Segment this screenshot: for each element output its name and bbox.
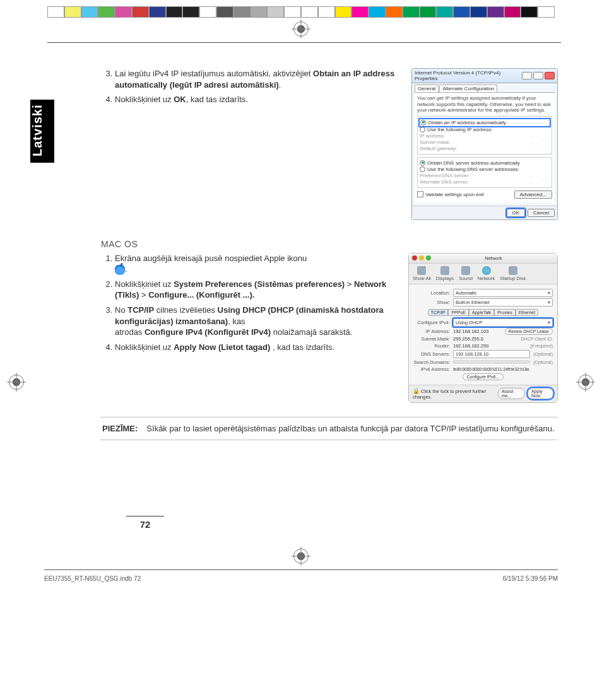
mac-step-2: Noklikšķiniet uz System Preferences (Sis… bbox=[115, 279, 399, 301]
field-preferred-dns: Preferred DNS server:. . . bbox=[420, 173, 550, 178]
footer-filename: EEU7355_RT-N65U_QSG.indb 72 bbox=[44, 575, 141, 582]
checkbox-validate[interactable]: Validate settings upon exit bbox=[417, 191, 484, 197]
language-tab: Latviski bbox=[30, 100, 54, 163]
lock-row[interactable]: 🔒 Click the lock to prevent further chan… bbox=[413, 388, 498, 400]
tab-alternate[interactable]: Alternate Configuration bbox=[439, 85, 497, 92]
registration-mark-right bbox=[578, 375, 593, 390]
mac-subtabs: TCP/IPPPPoEAppleTalkProxiesEthernet bbox=[413, 309, 553, 316]
subnet-mask-label: Subnet Mask: bbox=[413, 336, 450, 342]
configure-ipv6-button[interactable]: Configure IPv6... bbox=[463, 373, 503, 380]
mac-tab-tcpip[interactable]: TCP/IP bbox=[428, 309, 449, 316]
dhcp-client-hint: (if required) bbox=[530, 344, 553, 348]
location-label: Location: bbox=[413, 290, 450, 296]
ipv6-address-label: IPv6 Address: bbox=[413, 366, 450, 372]
mac-toolbar: Show AllDisplaysSoundNetworkStartup Disk bbox=[409, 264, 557, 284]
dns-servers-field[interactable]: 192.168.128.10 bbox=[453, 350, 530, 358]
note-block: PIEZĪME:Sīkāk par to lasiet operētājsist… bbox=[101, 417, 558, 440]
configure-ipv4-select[interactable]: Using DHCP▾ bbox=[453, 318, 553, 327]
maximize-button[interactable] bbox=[533, 72, 543, 79]
ok-button[interactable]: OK bbox=[507, 209, 526, 217]
note-text: Sīkāk par to lasiet operētājsistēmas pal… bbox=[146, 424, 554, 433]
search-domains-label: Search Domains: bbox=[413, 359, 450, 365]
radio-use-ip[interactable]: Use the following IP address: bbox=[420, 127, 550, 132]
note-label: PIEZĪME: bbox=[102, 424, 138, 433]
show-select[interactable]: Built-in Ethernet▾ bbox=[453, 298, 553, 306]
radio-obtain-dns-auto[interactable]: Obtain DNS server address automatically bbox=[420, 160, 550, 166]
field-default-gateway: Default gateway:. . . bbox=[420, 146, 550, 151]
subnet-mask-value: 255.255.255.0 bbox=[453, 336, 483, 342]
advanced-button[interactable]: Advanced... bbox=[514, 190, 552, 199]
dialog-title: Internet Protocol Version 4 (TCP/IPv4) P… bbox=[415, 70, 522, 81]
apple-icon bbox=[115, 265, 125, 275]
win-step-4: Noklikšķiniet uz OK, kad tas izdarīts. bbox=[115, 94, 403, 105]
location-select[interactable]: Automatic▾ bbox=[453, 289, 553, 297]
tab-general[interactable]: General bbox=[415, 85, 439, 92]
field-subnet-mask: Subnet mask:. . . bbox=[420, 139, 550, 145]
close-button[interactable] bbox=[545, 72, 555, 79]
ip-address-value: 192.168.182.103 bbox=[453, 329, 488, 334]
page-number: 72 bbox=[126, 516, 164, 530]
registration-mark-top bbox=[293, 21, 309, 37]
mac-steps: Ekrāna augšējā kreisajā pusē nospiediet … bbox=[101, 253, 399, 353]
renew-dhcp-button[interactable]: Renew DHCP Lease bbox=[505, 328, 553, 335]
mac-tab-appletalk[interactable]: AppleTalk bbox=[469, 309, 494, 316]
radio-obtain-ip-auto[interactable]: Obtain an IP address automatically bbox=[420, 119, 550, 126]
ipv6-address-value: fe80:0000:0000:0000:0211:24ff:fe32:b18e bbox=[453, 367, 529, 371]
ip-address-label: IP Address: bbox=[413, 329, 450, 334]
mac-step-1: Ekrāna augšējā kreisajā pusē nospiediet … bbox=[115, 253, 399, 275]
mac-pane-title: Network bbox=[433, 255, 554, 261]
mac-toolbar-show-all[interactable]: Show All bbox=[413, 266, 431, 281]
mac-tab-proxies[interactable]: Proxies bbox=[494, 309, 515, 316]
dhcp-client-id-label: DHCP Client ID: bbox=[521, 337, 553, 341]
dialog-description: You can get IP settings assigned automat… bbox=[417, 95, 552, 114]
print-footer: EEU7355_RT-N65U_QSG.indb 72 6/19/12 5:39… bbox=[0, 570, 602, 591]
windows-steps: Lai iegūtu iPv4 IP iestatījumus automāti… bbox=[101, 68, 403, 105]
search-domains-field[interactable] bbox=[453, 361, 530, 363]
cancel-button[interactable]: Cancel bbox=[528, 209, 555, 217]
mac-network-pane: Network Show AllDisplaysSoundNetworkStar… bbox=[408, 253, 558, 403]
router-label: Router: bbox=[413, 343, 450, 349]
configure-ipv4-label: Configure IPv4: bbox=[413, 320, 450, 325]
footer-timestamp: 6/19/12 5:39:56 PM bbox=[503, 575, 558, 582]
minimize-button[interactable] bbox=[522, 72, 532, 79]
mac-step-4: Noklikšķiniet uz Apply Now (Lietot tagad… bbox=[115, 342, 399, 353]
field-alternate-dns: Alternate DNS server:. . . bbox=[420, 179, 550, 185]
mac-toolbar-sound[interactable]: Sound bbox=[459, 266, 473, 281]
mac-tab-pppoe[interactable]: PPPoE bbox=[448, 309, 469, 316]
mac-tab-ethernet[interactable]: Ethernet bbox=[516, 309, 538, 316]
registration-mark-bottom bbox=[293, 549, 309, 564]
mac-step-3: No TCP/IP cilnes izvēlieties Using DHCP … bbox=[115, 305, 399, 338]
mac-toolbar-network[interactable]: Network bbox=[478, 266, 495, 281]
apply-now-button[interactable]: Apply Now bbox=[528, 388, 553, 399]
router-value: 192.168.182.250 bbox=[453, 343, 488, 349]
dns-optional: (Optional) bbox=[533, 352, 553, 356]
mac-zoom-icon[interactable] bbox=[426, 255, 431, 260]
radio-use-dns[interactable]: Use the following DNS server addresses: bbox=[420, 166, 550, 172]
macos-heading: MAC OS bbox=[101, 239, 558, 249]
win-step-3: Lai iegūtu iPv4 IP iestatījumus automāti… bbox=[115, 68, 403, 90]
mac-close-icon[interactable] bbox=[412, 255, 417, 260]
mac-toolbar-displays[interactable]: Displays bbox=[436, 266, 454, 281]
field-ip-address: IP address:. . . bbox=[420, 133, 550, 139]
mac-toolbar-startup-disk[interactable]: Startup Disk bbox=[500, 266, 526, 281]
show-label: Show: bbox=[413, 300, 450, 305]
lock-icon: 🔒 bbox=[413, 388, 420, 394]
mac-minimize-icon[interactable] bbox=[419, 255, 424, 260]
dns-servers-label: DNS Servers: bbox=[413, 351, 450, 357]
print-color-bar bbox=[47, 6, 555, 18]
assist-me-button[interactable]: Assist me... bbox=[498, 388, 525, 399]
search-optional: (Optional) bbox=[533, 360, 553, 365]
ipv4-properties-dialog: Internet Protocol Version 4 (TCP/IPv4) P… bbox=[411, 68, 558, 220]
registration-mark-left bbox=[9, 375, 24, 390]
